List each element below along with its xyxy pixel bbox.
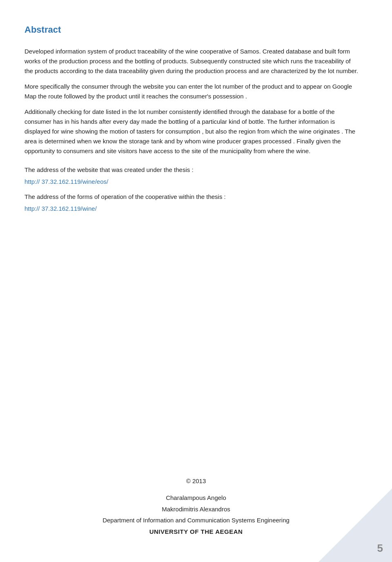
website-label-1: The address of the website that was crea… [24, 164, 359, 175]
abstract-body: Developed information system of product … [24, 47, 359, 156]
paragraph-2: More specifically the consumer through t… [24, 82, 359, 101]
page: Abstract Developed information system of… [0, 0, 392, 562]
abstract-title: Abstract [24, 25, 359, 35]
website-link-1[interactable]: http:// 37.32.162.119/wine/eos/ [24, 176, 359, 187]
website-link-2[interactable]: http:// 37.32.162.119/wine/ [24, 203, 359, 214]
paragraph-3: Additionally checking for date listed in… [24, 107, 359, 156]
page-number: 5 [377, 542, 383, 555]
paragraph-1: Developed information system of product … [24, 47, 359, 76]
website-section: The address of the website that was crea… [24, 164, 359, 214]
website-label-2: The address of the forms of operation of… [24, 191, 359, 202]
copyright: © 2013 [0, 476, 392, 486]
